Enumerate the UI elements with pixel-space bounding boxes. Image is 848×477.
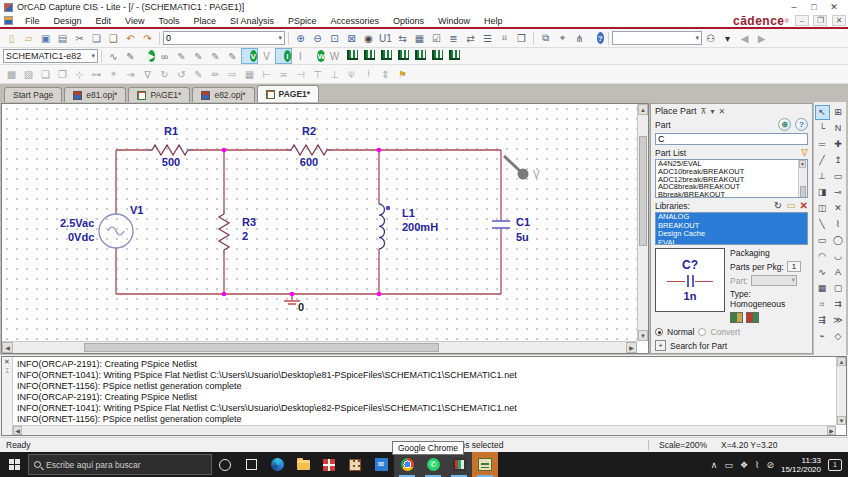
edit-simulation-profile-icon[interactable]: ✎ — [122, 48, 139, 64]
tool-place-part[interactable]: ⊞ — [831, 105, 846, 120]
mdi-minimize-button[interactable]: – — [795, 15, 809, 26]
grid-app-icon[interactable] — [342, 452, 368, 477]
svg-text:2[interactable]: 2 — [242, 230, 248, 242]
align-right-icon[interactable]: ⊣ — [292, 66, 309, 82]
menu-place[interactable]: Place — [186, 16, 223, 26]
canvas-vertical-scrollbar[interactable]: ▲ ▼ — [637, 104, 648, 341]
back-annotate-icon[interactable]: ⇆ — [394, 30, 411, 46]
edit-object-properties-icon[interactable]: ✏ — [207, 66, 224, 82]
edit-properties-icon[interactable]: ✎ — [190, 66, 207, 82]
tab-start-page[interactable]: Start Page — [4, 87, 62, 102]
svg-text:R3[interactable]: R3 — [242, 216, 256, 228]
pspice-icon[interactable] — [472, 452, 498, 477]
bias-current-select-icon[interactable] — [394, 48, 411, 64]
distribute-horizontal-icon[interactable]: ⍦ — [343, 66, 360, 82]
design-rules-check-icon[interactable]: ☑ — [428, 30, 445, 46]
svg-text:200mH[interactable]: 200mH — [402, 221, 438, 233]
libraries-list[interactable]: ANALOGBREAKOUTDesign CacheEVALSOURCESPEC… — [655, 212, 808, 245]
menu-edit[interactable]: Edit — [89, 16, 119, 26]
horizontal-scroll-thumb[interactable] — [84, 343, 439, 352]
file-explorer-icon[interactable] — [290, 452, 316, 477]
add-part-icon[interactable]: ⊕ — [778, 118, 791, 131]
tool-place-arc[interactable]: ◠ — [815, 249, 830, 264]
align-bottom-icon[interactable]: ⊥ — [326, 66, 343, 82]
property-table-icon[interactable]: ▦ — [241, 66, 258, 82]
remove-library-icon[interactable]: ✕ — [800, 200, 808, 211]
svg-text:V1[interactable]: V1 — [130, 204, 143, 216]
power-marker-icon[interactable]: W — [309, 48, 326, 64]
bill-of-materials-icon[interactable]: ☰ — [479, 30, 496, 46]
mark-current-pencil-icon[interactable]: ✎ — [207, 48, 224, 64]
tool-autowire-multi-points[interactable]: ⇶ — [815, 313, 830, 328]
current-marker-icon[interactable]: I — [275, 48, 292, 64]
maximize-button[interactable]: □ — [804, 2, 824, 12]
update-properties-icon[interactable]: ▦ — [411, 30, 428, 46]
part-name-input[interactable] — [655, 133, 808, 145]
component-r3[interactable]: R3 2 — [219, 210, 256, 254]
paste-icon[interactable]: ❑ — [105, 30, 122, 46]
tab-e81-project[interactable]: e81.opj* — [64, 87, 126, 102]
tool-place-rectangle[interactable]: ▭ — [815, 233, 830, 248]
dropbox-icon[interactable]: ❖ — [740, 460, 748, 470]
search-for-part-label[interactable]: Search for Part — [670, 341, 727, 351]
mdi-close-button[interactable]: ✕ — [832, 15, 846, 26]
zoom-area-icon[interactable]: ⊡ — [326, 30, 343, 46]
menu-tools[interactable]: Tools — [151, 16, 186, 26]
current-pin-marker-icon[interactable]: I — [292, 48, 309, 64]
fit-height-icon[interactable]: ⇕ — [377, 66, 394, 82]
clock[interactable]: 11:33 15/12/2020 — [781, 456, 821, 474]
voltage-probe-marker[interactable]: V — [504, 156, 540, 180]
normal-radio[interactable] — [655, 328, 663, 336]
view-netlist-icon[interactable]: ∞ — [156, 48, 173, 64]
bias-voltage-select-icon[interactable] — [360, 48, 377, 64]
bias-voltage-display-icon[interactable] — [343, 48, 360, 64]
chrome-icon[interactable] — [394, 452, 420, 477]
tool-place-line[interactable]: ╲ — [815, 217, 830, 232]
svg-text:600[interactable]: 600 — [300, 156, 318, 168]
create-netlist-icon[interactable]: ≣ — [445, 30, 462, 46]
tool-place-power[interactable]: ↥ — [831, 153, 846, 168]
bias-power-display-icon[interactable] — [411, 48, 428, 64]
menu-si-analysis[interactable]: SI Analysis — [223, 16, 281, 26]
gift-app-icon[interactable] — [316, 452, 342, 477]
minimize-button[interactable]: – — [784, 2, 804, 12]
menu-window[interactable]: Window — [431, 16, 477, 26]
undo-icon[interactable]: ↶ — [122, 30, 139, 46]
redo-icon[interactable]: ↷ — [139, 30, 156, 46]
tool-place-ieee-symbol[interactable]: ⌁ — [815, 329, 830, 344]
ground-symbol[interactable]: 0 — [284, 294, 304, 313]
zoom-out-icon[interactable]: ⊖ — [309, 30, 326, 46]
bias-current-display-icon[interactable] — [377, 48, 394, 64]
menu-help[interactable]: Help — [477, 16, 510, 26]
refresh-library-icon[interactable]: ↻ — [774, 200, 782, 211]
help-icon[interactable]: ? — [588, 30, 605, 46]
tool-place-polyline[interactable]: ⌇ — [831, 217, 846, 232]
mail-icon[interactable]: ✉ — [368, 452, 394, 477]
forward-icon[interactable]: ▶ — [753, 30, 770, 46]
svg-text:0[interactable]: 0 — [298, 301, 304, 313]
find-icon[interactable]: ⚇ — [702, 30, 719, 46]
menu-design[interactable]: Design — [47, 16, 89, 26]
svg-text:2.5Vac[interactable]: 2.5Vac — [60, 217, 94, 229]
svg-text:L1[interactable]: L1 — [402, 207, 415, 219]
mute-icon[interactable]: ⊘ — [766, 460, 774, 470]
align-left-icon[interactable]: ⊢ — [258, 66, 275, 82]
footprint-view-icon[interactable] — [746, 312, 759, 323]
align-center-icon[interactable]: ≍ — [275, 66, 292, 82]
tool-autowire-bus[interactable]: ≫ — [831, 313, 846, 328]
filter-icon[interactable]: ∇ — [801, 147, 808, 158]
task-view-button[interactable] — [238, 452, 264, 477]
simulation-profile-combo[interactable]: SCHEMATIC1-e82 ▾ — [3, 49, 98, 63]
open-icon[interactable]: ▱ — [20, 30, 37, 46]
cortana-button[interactable] — [212, 452, 238, 477]
mark-voltage-diff-pencil-icon[interactable]: ✎ — [190, 48, 207, 64]
fisheye-view-icon[interactable]: ◉ — [360, 30, 377, 46]
align-top-icon[interactable]: ⊤ — [309, 66, 326, 82]
tool-place-picture[interactable]: ▦ — [815, 281, 830, 296]
vertical-scroll-thumb[interactable] — [639, 136, 647, 246]
power-pin-marker-icon[interactable]: W — [326, 48, 343, 64]
menu-view[interactable]: View — [118, 16, 151, 26]
log-splitter-icon[interactable]: ⌶ — [5, 366, 9, 375]
convert-radio[interactable] — [698, 328, 706, 336]
zoom-level-combo[interactable]: ▾ — [163, 31, 285, 45]
